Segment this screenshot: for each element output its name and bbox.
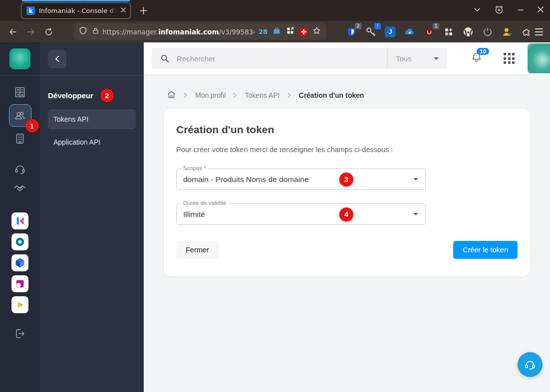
chevron-down-icon xyxy=(413,213,418,215)
container-tab-count: 28 xyxy=(259,28,268,35)
extension-row: 2 ! J 1 xyxy=(345,25,533,38)
sidebar-item-products[interactable] xyxy=(12,85,27,100)
browser-toolbar: https://manager.infomaniak.com/v3/995834… xyxy=(0,21,550,42)
apps-grid-icon[interactable] xyxy=(504,53,515,64)
minimize-button[interactable] xyxy=(517,6,524,15)
hamburger-menu-icon[interactable] xyxy=(535,28,543,35)
bookmark-star-icon[interactable] xyxy=(312,26,321,37)
breadcrumb-item-tokens[interactable]: Tokens API xyxy=(245,91,279,99)
validity-value: Illimité xyxy=(183,210,413,219)
app-icon-ksuite-cube[interactable] xyxy=(11,254,28,271)
search-bar[interactable]: Tous xyxy=(152,48,447,69)
card-description: Pour créer votre token merci de renseign… xyxy=(176,146,518,154)
browser-titlebar: k Infomaniak - Console d'adm xyxy=(0,0,550,21)
validity-select[interactable]: Durée de validité Illimité 4 xyxy=(176,203,426,225)
nav-item-application-api[interactable]: Application API xyxy=(48,132,136,152)
extension-account-check-icon[interactable] xyxy=(501,25,514,38)
extension-ublock-icon[interactable]: 1 xyxy=(423,25,436,38)
tab-list-chevron-icon[interactable] xyxy=(473,5,481,15)
scopes-select[interactable]: Scopes * domain - Produits Noms de domai… xyxy=(176,169,426,190)
url-bar[interactable]: https://manager.infomaniak.com/v3/995834… xyxy=(74,23,326,40)
extension-cloud-icon[interactable] xyxy=(403,25,416,38)
main-area: Tous 10 Mon profil xyxy=(144,42,550,392)
app-icon-vod[interactable] xyxy=(11,296,28,313)
notification-count-badge: 10 xyxy=(477,48,489,55)
token-creation-card: Création d'un token Pour créer votre tok… xyxy=(164,109,530,276)
annotation-badge-4: 4 xyxy=(339,207,353,221)
breadcrumb-item-current: Création d'un token xyxy=(299,91,364,99)
sidebar-item-support[interactable] xyxy=(12,162,27,177)
scopes-value: domain - Produits Noms de domaine xyxy=(183,175,413,184)
app-icon-kdrive[interactable] xyxy=(11,233,28,250)
infomaniak-app: 1 xyxy=(0,42,550,392)
chevron-right-icon xyxy=(287,92,292,98)
extension-key-icon[interactable]: ! xyxy=(364,25,377,38)
swiss-flag-icon[interactable] xyxy=(299,28,307,36)
secondary-sidebar: Développeur 2 Tokens API Application API xyxy=(40,42,144,392)
extensions-puzzle-icon[interactable] xyxy=(520,25,533,38)
new-tab-button[interactable] xyxy=(138,5,149,16)
containers-grid-icon[interactable] xyxy=(286,26,294,37)
user-avatar[interactable] xyxy=(528,43,550,73)
primary-sidebar: 1 xyxy=(0,42,40,392)
tab-title: Infomaniak - Console d'adm xyxy=(39,7,118,14)
sidebar-item-users[interactable]: 1 xyxy=(9,104,31,127)
tab-close-icon[interactable] xyxy=(120,7,126,14)
alarm-clock-icon[interactable] xyxy=(494,4,504,16)
chevron-down-icon xyxy=(413,178,418,181)
annotation-badge-2: 2 xyxy=(100,89,114,102)
home-icon[interactable] xyxy=(167,90,176,101)
search-input[interactable] xyxy=(177,54,387,63)
reload-button[interactable] xyxy=(43,26,55,38)
container-briefcase-icon xyxy=(273,26,281,37)
extension-joplin-icon[interactable]: J xyxy=(384,25,397,38)
org-logo-wrap[interactable] xyxy=(0,42,40,76)
annotation-badge-3: 3 xyxy=(339,173,353,187)
search-scope-value: Tous xyxy=(396,54,412,63)
app-icon-kmeet[interactable] xyxy=(11,275,28,292)
support-headset-fab[interactable] xyxy=(518,352,543,377)
close-window-button[interactable] xyxy=(537,6,544,15)
chevron-right-icon xyxy=(183,92,188,98)
card-title: Création d'un token xyxy=(176,124,518,136)
app-topbar: Tous 10 xyxy=(144,42,550,75)
screen: k Infomaniak - Console d'adm xyxy=(0,0,550,392)
breadcrumb-item-profile[interactable]: Mon profil xyxy=(195,91,226,99)
browser-tab[interactable]: k Infomaniak - Console d'adm xyxy=(21,2,131,19)
extension-power-icon[interactable] xyxy=(481,25,494,38)
search-scope-select[interactable]: Tous xyxy=(387,48,447,69)
close-button[interactable]: Fermer xyxy=(176,241,219,259)
nav-section-heading: Développeur xyxy=(48,91,93,100)
extension-privacy-badger-icon[interactable] xyxy=(462,25,475,38)
sidebar-item-partner[interactable] xyxy=(12,181,27,196)
tab-favicon: k xyxy=(26,6,35,15)
url-text[interactable]: https://manager.infomaniak.com/v3/995834… xyxy=(102,28,255,36)
logout-icon[interactable] xyxy=(12,326,27,341)
back-button[interactable] xyxy=(7,26,19,38)
validity-label: Durée de validité xyxy=(181,200,228,206)
app-icon-kchat[interactable] xyxy=(11,212,28,229)
create-token-button[interactable]: Créer le token xyxy=(453,241,518,259)
search-icon xyxy=(152,53,177,63)
forward-button[interactable] xyxy=(25,26,37,38)
tracking-protection-shield-icon[interactable] xyxy=(79,26,87,37)
scopes-label: Scopes * xyxy=(181,165,208,171)
nav-item-tokens-api[interactable]: Tokens API xyxy=(48,109,136,129)
sidebar-back-button[interactable] xyxy=(48,50,66,68)
chevron-down-icon xyxy=(434,57,439,60)
organization-logo[interactable] xyxy=(9,48,30,69)
notifications-button[interactable]: 10 xyxy=(471,51,483,65)
page-content: Mon profil Tokens API Création d'un toke… xyxy=(144,75,550,392)
active-tab-indicator xyxy=(22,0,130,1)
chevron-right-icon xyxy=(233,92,238,98)
lock-icon[interactable] xyxy=(92,27,99,36)
extension-bitwarden-icon[interactable]: 2 xyxy=(345,25,358,38)
annotation-badge-1: 1 xyxy=(25,119,39,133)
extension-split-tabs-icon[interactable] xyxy=(442,25,455,38)
sidebar-item-organization[interactable] xyxy=(12,131,27,146)
breadcrumb: Mon profil Tokens API Création d'un toke… xyxy=(144,75,550,101)
